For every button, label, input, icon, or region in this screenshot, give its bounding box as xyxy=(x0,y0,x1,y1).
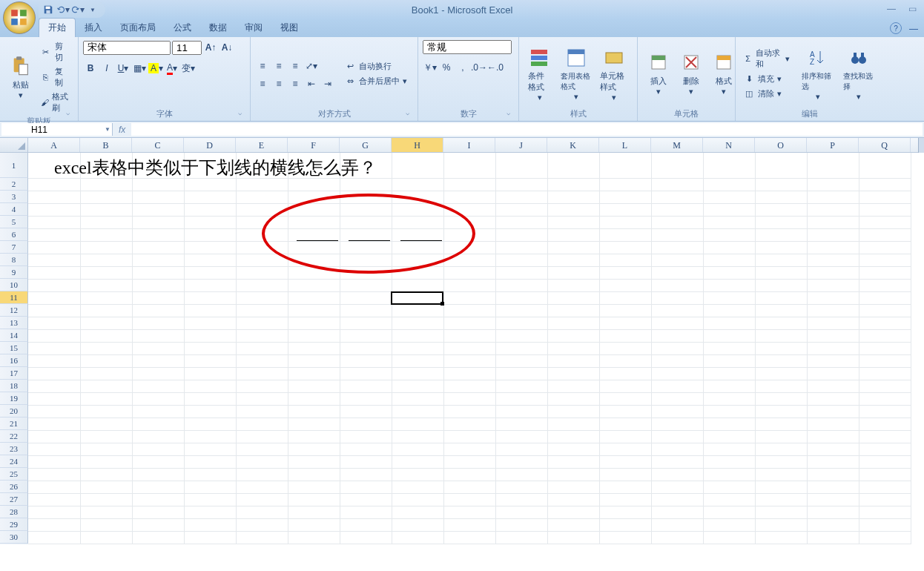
cell[interactable] xyxy=(495,405,547,417)
percent-icon[interactable]: % xyxy=(439,60,454,75)
cut-button[interactable]: ✂剪切 xyxy=(37,40,73,64)
cell[interactable] xyxy=(807,228,859,241)
cell[interactable] xyxy=(80,279,132,291)
cell[interactable] xyxy=(651,241,703,254)
cell[interactable] xyxy=(755,455,807,468)
cell[interactable] xyxy=(443,481,495,493)
tab-view[interactable]: 视图 xyxy=(271,19,307,37)
cell[interactable] xyxy=(184,241,236,254)
cell[interactable] xyxy=(755,354,807,367)
cell[interactable] xyxy=(80,304,132,317)
cell[interactable] xyxy=(599,367,651,380)
cell[interactable] xyxy=(859,228,911,241)
cell[interactable] xyxy=(288,430,340,443)
cell[interactable] xyxy=(392,317,443,329)
cell[interactable] xyxy=(859,392,911,405)
cell[interactable] xyxy=(340,304,392,317)
cell[interactable] xyxy=(28,380,80,392)
cell[interactable] xyxy=(236,430,288,443)
cell[interactable] xyxy=(599,266,651,279)
column-header[interactable]: N xyxy=(703,138,755,152)
cell[interactable] xyxy=(288,380,340,392)
cell[interactable] xyxy=(651,455,703,468)
cell[interactable] xyxy=(599,241,651,254)
cell[interactable] xyxy=(703,443,755,455)
cell[interactable] xyxy=(392,481,443,493)
align-center-icon[interactable]: ≡ xyxy=(271,76,286,91)
wrap-text-button[interactable]: ↩自动换行 xyxy=(341,59,410,73)
cell[interactable] xyxy=(28,342,80,354)
cell[interactable] xyxy=(340,506,392,518)
cell[interactable] xyxy=(236,493,288,506)
cell[interactable] xyxy=(755,228,807,241)
cell[interactable] xyxy=(495,354,547,367)
cell[interactable] xyxy=(599,417,651,430)
cell[interactable] xyxy=(807,191,859,203)
cell[interactable] xyxy=(755,518,807,531)
row-header[interactable]: 9 xyxy=(0,266,28,279)
row-header[interactable]: 11 xyxy=(0,291,28,304)
cell[interactable] xyxy=(184,216,236,228)
cell[interactable] xyxy=(28,241,80,254)
cell[interactable] xyxy=(132,468,184,481)
cell[interactable] xyxy=(340,367,392,380)
cell[interactable] xyxy=(236,216,288,228)
cell[interactable] xyxy=(807,279,859,291)
cell[interactable] xyxy=(755,481,807,493)
cell[interactable] xyxy=(859,531,911,544)
cell[interactable] xyxy=(807,405,859,417)
cell[interactable] xyxy=(859,468,911,481)
sort-filter-button[interactable]: AZ排序和筛选▾ xyxy=(797,44,838,103)
cell[interactable] xyxy=(807,531,859,544)
cell[interactable] xyxy=(495,216,547,228)
cell[interactable] xyxy=(28,291,80,304)
cell[interactable] xyxy=(703,279,755,291)
cell[interactable] xyxy=(132,241,184,254)
qat-customize-icon[interactable]: ▼ xyxy=(86,3,99,16)
cell[interactable] xyxy=(184,481,236,493)
column-header[interactable]: E xyxy=(236,138,288,152)
row-header[interactable]: 13 xyxy=(0,317,28,329)
clear-button[interactable]: ◫清除▾ xyxy=(740,87,793,100)
cell[interactable] xyxy=(703,493,755,506)
cell[interactable] xyxy=(599,493,651,506)
cell[interactable] xyxy=(755,443,807,455)
cell[interactable] xyxy=(443,367,495,380)
cell[interactable] xyxy=(495,506,547,518)
cell[interactable] xyxy=(443,354,495,367)
cell[interactable] xyxy=(599,329,651,342)
cell[interactable] xyxy=(495,481,547,493)
cell[interactable] xyxy=(703,228,755,241)
cell[interactable] xyxy=(132,506,184,518)
cell[interactable] xyxy=(236,518,288,531)
column-header[interactable]: L xyxy=(599,138,651,152)
cell[interactable] xyxy=(547,392,599,405)
cell[interactable] xyxy=(28,481,80,493)
cell[interactable] xyxy=(340,191,392,203)
column-header[interactable]: G xyxy=(340,138,392,152)
name-box[interactable] xyxy=(31,125,98,135)
cell[interactable] xyxy=(495,430,547,443)
cell[interactable] xyxy=(599,430,651,443)
cell[interactable] xyxy=(755,380,807,392)
cell[interactable] xyxy=(651,228,703,241)
cell[interactable] xyxy=(651,354,703,367)
cell[interactable] xyxy=(755,291,807,304)
number-launcher[interactable]: ⌵ xyxy=(506,109,515,118)
cell[interactable] xyxy=(28,216,80,228)
number-format-select[interactable] xyxy=(423,40,512,54)
cell[interactable] xyxy=(755,266,807,279)
row-header[interactable]: 24 xyxy=(0,455,28,468)
cell[interactable] xyxy=(651,493,703,506)
cell[interactable] xyxy=(807,304,859,317)
cell[interactable] xyxy=(28,518,80,531)
cell[interactable] xyxy=(807,153,859,178)
cell[interactable] xyxy=(443,455,495,468)
cell[interactable] xyxy=(547,216,599,228)
cell[interactable] xyxy=(703,342,755,354)
cell[interactable] xyxy=(132,178,184,191)
cell[interactable] xyxy=(236,367,288,380)
cell[interactable] xyxy=(80,380,132,392)
cell[interactable] xyxy=(288,506,340,518)
row-header[interactable]: 19 xyxy=(0,392,28,405)
